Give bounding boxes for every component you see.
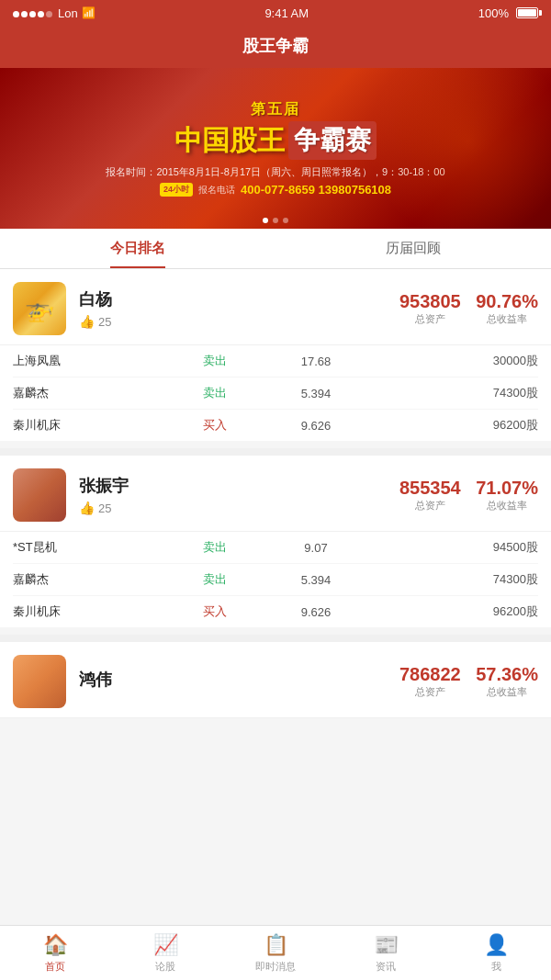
banner[interactable]: 第五届 中国股王 争霸赛 报名时间：2015年8月1日-8月17日（周六、周日照… — [0, 68, 551, 229]
like-icon-1: 👍 — [79, 501, 95, 515]
table-row: 嘉麟杰 卖出 5.394 74300股 — [13, 377, 538, 410]
nav-item-profile[interactable]: 👤 我 — [441, 926, 551, 980]
banner-dot-3 — [283, 218, 288, 223]
banner-dot-1 — [263, 218, 268, 223]
trader-return-label-0: 总收益率 — [476, 312, 538, 326]
trade-stock: 上海凤凰 — [13, 353, 174, 369]
trade-rows-0: 上海凤凰 卖出 17.68 30000股 嘉麟杰 卖出 5.394 74300股… — [0, 345, 551, 441]
table-row: 秦川机床 买入 9.626 96200股 — [13, 596, 538, 627]
time-label: 9:41 AM — [264, 6, 309, 20]
banner-dot-2 — [273, 218, 278, 223]
trader-return-label-2: 总收益率 — [476, 685, 538, 699]
trader-info-0: 白杨 👍 25 — [79, 288, 388, 329]
trader-name-1: 张振宇 — [79, 475, 388, 497]
trader-return-col-2: 57.36% 总收益率 — [476, 664, 538, 699]
nav-label-home: 首页 — [45, 960, 65, 974]
nav-label-profile: 我 — [491, 960, 501, 974]
avatar-image-1 — [13, 468, 66, 522]
trader-return-value-2: 57.36% — [476, 664, 538, 685]
trade-volume: 96200股 — [377, 603, 538, 620]
trader-assets-col-0: 953805 总资产 — [399, 291, 461, 326]
trade-stock: 秦川机床 — [13, 417, 174, 434]
messages-icon: 📋 — [264, 933, 288, 957]
trader-return-value-1: 71.07% — [476, 478, 538, 499]
trade-price: 9.626 — [255, 605, 377, 619]
trader-return-value-0: 90.76% — [476, 291, 538, 312]
tab-today-ranking[interactable]: 今日排名 — [0, 229, 276, 268]
trade-action: 买入 — [174, 603, 255, 620]
trader-stats-0: 953805 总资产 90.76% 总收益率 — [388, 291, 538, 326]
battery-icon — [516, 7, 538, 18]
trade-price: 5.394 — [255, 573, 377, 587]
trader-return-label-1: 总收益率 — [476, 499, 538, 513]
trader-name-0: 白杨 — [79, 288, 388, 310]
trader-assets-col-2: 786822 总资产 — [399, 664, 461, 699]
trade-price: 9.07 — [255, 541, 377, 555]
trade-price: 5.394 — [255, 387, 377, 400]
nav-item-home[interactable]: 🏠 首页 — [0, 926, 110, 980]
trader-main-0: 白杨 👍 25 953805 总资产 90.76% 总收益率 — [0, 269, 551, 345]
divider-1 — [0, 448, 551, 456]
trade-stock: *ST昆机 — [13, 539, 174, 556]
page-header: 股王争霸 — [0, 26, 551, 68]
trade-action: 卖出 — [174, 571, 255, 588]
trader-main-1: 张振宇 👍 25 855354 总资产 71.07% 总收益率 — [0, 456, 551, 532]
nav-label-news: 资讯 — [376, 960, 396, 974]
trade-stock: 嘉麟杰 — [13, 571, 174, 588]
trader-assets-value-0: 953805 — [399, 291, 461, 312]
trader-main-2: 鸿伟 786822 总资产 57.36% 总收益率 — [0, 642, 551, 718]
status-left: Lon 📶 — [13, 6, 96, 20]
trader-assets-label-0: 总资产 — [399, 312, 461, 326]
table-row: 秦川机床 买入 9.626 96200股 — [13, 410, 538, 441]
trader-assets-value-1: 855354 — [399, 478, 461, 499]
trade-volume: 94500股 — [377, 539, 538, 556]
trader-assets-col-1: 855354 总资产 — [399, 478, 461, 513]
trader-assets-label-2: 总资产 — [399, 685, 461, 699]
trade-stock: 嘉麟杰 — [13, 385, 174, 401]
trade-volume: 74300股 — [377, 385, 538, 401]
table-row: 嘉麟杰 卖出 5.394 74300股 — [13, 564, 538, 596]
battery-percent: 100% — [478, 6, 509, 20]
trade-volume: 74300股 — [377, 571, 538, 588]
trader-info-1: 张振宇 👍 25 — [79, 475, 388, 515]
trader-assets-label-1: 总资产 — [399, 499, 461, 513]
trader-return-col-1: 71.07% 总收益率 — [476, 478, 538, 513]
divider-2 — [0, 635, 551, 642]
trade-volume: 30000股 — [377, 353, 538, 369]
nav-item-discuss[interactable]: 📈 论股 — [110, 926, 220, 980]
trader-assets-value-2: 786822 — [399, 664, 461, 685]
nav-label-discuss: 论股 — [155, 960, 175, 974]
news-icon: 📰 — [374, 933, 399, 957]
banner-phone-row: 24小时 报名电话 400-077-8659 13980756108 — [160, 183, 391, 197]
trader-card-1: 张振宇 👍 25 855354 总资产 71.07% 总收益率 *ST昆机 — [0, 456, 551, 627]
avatar-image-2 — [13, 655, 66, 708]
trade-price: 9.626 — [255, 419, 377, 433]
trader-stats-2: 786822 总资产 57.36% 总收益率 — [388, 664, 538, 699]
banner-badge: 24小时 — [160, 183, 193, 197]
trader-return-col-0: 90.76% 总收益率 — [476, 291, 538, 326]
table-row: *ST昆机 卖出 9.07 94500股 — [13, 532, 538, 564]
wifi-icon: 📶 — [82, 6, 96, 19]
trader-stats-1: 855354 总资产 71.07% 总收益率 — [388, 478, 538, 513]
signal-dots — [13, 6, 54, 20]
trade-action: 卖出 — [174, 353, 255, 369]
trade-volume: 96200股 — [377, 417, 538, 434]
trader-card-2: 鸿伟 786822 总资产 57.36% 总收益率 — [0, 642, 551, 718]
status-bar: Lon 📶 9:41 AM 100% — [0, 0, 551, 26]
table-row: 上海凤凰 卖出 17.68 30000股 — [13, 345, 538, 377]
trader-avatar-0 — [13, 282, 66, 335]
status-right: 100% — [478, 6, 538, 20]
banner-title-suffix: 争霸赛 — [288, 121, 377, 160]
nav-item-news[interactable]: 📰 资讯 — [331, 926, 441, 980]
tab-history[interactable]: 历届回顾 — [276, 229, 551, 268]
banner-pagination — [263, 218, 288, 223]
bottom-nav: 🏠 首页 📈 论股 📋 即时消息 📰 资讯 👤 我 — [0, 925, 551, 980]
banner-title-cn: 中国股王 — [174, 122, 285, 160]
nav-item-messages[interactable]: 📋 即时消息 — [220, 926, 331, 980]
discuss-icon: 📈 — [153, 933, 178, 957]
like-icon-0: 👍 — [79, 314, 95, 329]
page-title: 股王争霸 — [242, 37, 309, 55]
trader-name-2: 鸿伟 — [79, 669, 388, 691]
banner-bg-decoration — [367, 68, 551, 229]
trader-info-2: 鸿伟 — [79, 669, 388, 694]
